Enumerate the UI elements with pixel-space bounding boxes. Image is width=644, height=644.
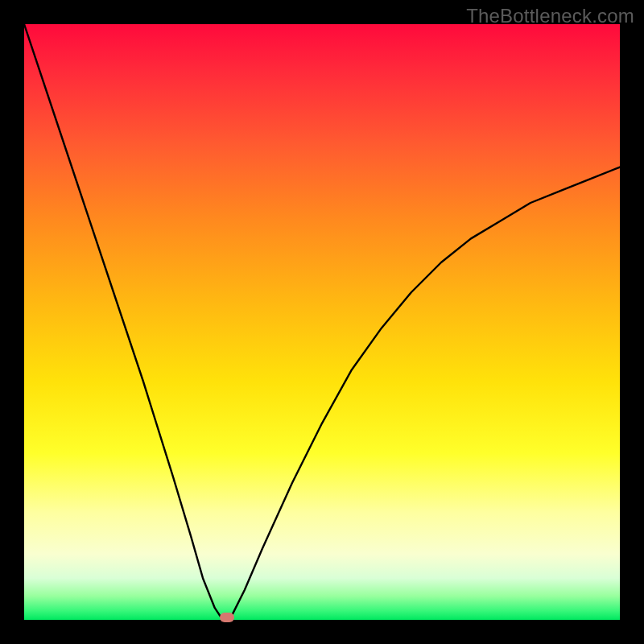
min-marker (220, 613, 234, 622)
plot-area (24, 24, 620, 620)
chart-frame: TheBottleneck.com (0, 0, 644, 644)
curve-path (24, 24, 620, 620)
bottleneck-curve (24, 24, 620, 620)
